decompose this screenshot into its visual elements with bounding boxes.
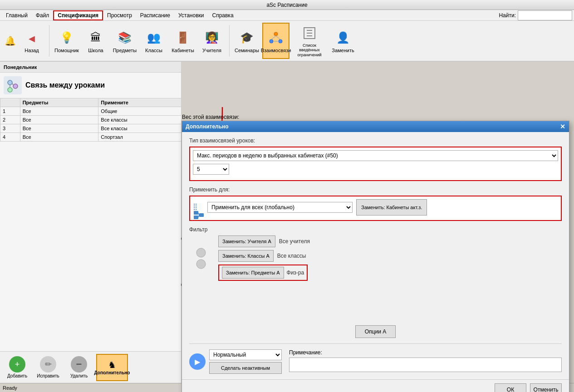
cell-apply-3: Все классы bbox=[98, 124, 182, 133]
svg-rect-17 bbox=[194, 216, 198, 219]
relation-type-dropdown[interactable]: Макс. периодов в неделю в выбранных каби… bbox=[193, 150, 558, 161]
svg-line-13 bbox=[12, 83, 13, 85]
toolbar-sep-1 bbox=[49, 25, 49, 57]
menu-main[interactable]: Главный bbox=[2, 11, 32, 20]
menu-file[interactable]: Файл bbox=[32, 11, 54, 20]
edit-button[interactable]: ✏ Исправить bbox=[34, 356, 62, 378]
title-bar: aSc Расписание bbox=[0, 0, 574, 10]
replace-classes-button[interactable]: Заменить: Классы А bbox=[218, 250, 274, 262]
filter-row-subjects: Заменить: Предметы А Физ-ра bbox=[218, 265, 562, 281]
delete-button[interactable]: − Удалить bbox=[65, 356, 93, 378]
filter-content: Заменить: Учителя А Все учителя Заменить… bbox=[189, 235, 562, 284]
app-title: aSc Расписание bbox=[266, 2, 307, 8]
filter-section: Фильтр Заменить: Учителя А Все учителя bbox=[189, 226, 562, 284]
sub-dropdown-row: 5 bbox=[193, 164, 558, 175]
relation-table: Предметы Примените 1 Все Общие 2 Все Все… bbox=[0, 98, 182, 142]
menu-settings[interactable]: Установки bbox=[174, 11, 208, 20]
cell-apply-1: Общие bbox=[98, 107, 182, 116]
cell-num-1: 1 bbox=[0, 107, 20, 116]
left-panel: Понедельник 5а 5б 6а 7а 8а 8б 9а 9б 10а … bbox=[0, 62, 182, 383]
helper-icon: 💡 bbox=[58, 29, 76, 47]
relation-type-label: Тип взаимосвязей уроков: bbox=[189, 137, 562, 144]
add-button[interactable]: + Добавить bbox=[4, 356, 31, 378]
toolbar-sep-2 bbox=[229, 25, 230, 57]
ok-button[interactable]: ОК bbox=[495, 383, 526, 392]
table-row[interactable]: 4 Все Спортзал bbox=[0, 133, 182, 142]
note-label: Примечание: bbox=[289, 349, 562, 356]
replace-teachers-button[interactable]: Заменить: Учителя А bbox=[218, 235, 275, 247]
find-area: Найти: bbox=[499, 10, 572, 20]
menu-view[interactable]: Просмотр bbox=[103, 11, 136, 20]
menu-help[interactable]: Справка bbox=[208, 11, 237, 20]
extra-button[interactable]: ♞ Дополнительно bbox=[96, 354, 128, 381]
dialog-title-bar: Дополнительно ✕ bbox=[182, 121, 569, 132]
svg-point-10 bbox=[8, 80, 12, 85]
svg-point-1 bbox=[270, 39, 273, 43]
replace-subjects-button[interactable]: Заменить: Предметы А bbox=[222, 267, 284, 279]
relation-title: Связь между уроками bbox=[25, 81, 105, 89]
menu-bar: Главный Файл Спецификация Просмотр Распи… bbox=[0, 10, 574, 21]
toolbar-teachers[interactable]: 👩‍🏫 Учителя bbox=[198, 23, 226, 59]
apply-for-dropdown[interactable]: Применить для всех (глобально) bbox=[207, 202, 353, 213]
toolbar-classes[interactable]: 👥 Классы bbox=[140, 23, 167, 59]
dialog-footer: ОК Отменить bbox=[182, 379, 569, 392]
schedule-day: Понедельник bbox=[4, 64, 37, 70]
svg-line-20 bbox=[198, 215, 199, 217]
find-label: Найти: bbox=[499, 12, 516, 19]
play-button[interactable]: ▶ bbox=[189, 353, 206, 370]
replace-icon: 👤 bbox=[334, 29, 352, 47]
toolbar-seminars[interactable]: 🎓 Семинары bbox=[233, 23, 260, 59]
cell-subj-3: Все bbox=[20, 124, 98, 133]
apply-dots-icon bbox=[193, 203, 204, 212]
svg-line-4 bbox=[276, 36, 280, 39]
table-row[interactable]: 2 Все Все классы bbox=[0, 116, 182, 124]
svg-point-11 bbox=[13, 84, 18, 88]
toolbar-subjects[interactable]: 📚 Предметы bbox=[111, 23, 138, 59]
school-icon: 🏛 bbox=[87, 29, 105, 47]
deactivate-button[interactable]: Сделать неактивным bbox=[209, 362, 282, 374]
cancel-button[interactable]: Отменить bbox=[530, 383, 562, 392]
menu-schedule[interactable]: Расписание bbox=[136, 11, 174, 20]
table-row[interactable]: 1 Все Общие bbox=[0, 107, 182, 116]
constraints-icon bbox=[300, 24, 319, 42]
filter-classes-value: Все классы bbox=[277, 253, 306, 259]
toolbar-replace[interactable]: 👤 Заменить bbox=[329, 23, 357, 59]
dialog-title: Дополнительно bbox=[186, 123, 229, 130]
svg-line-19 bbox=[198, 213, 199, 215]
note-section: Примечание: bbox=[289, 349, 562, 372]
classes-icon: 👥 bbox=[145, 29, 163, 47]
menu-spec[interactable]: Спецификация bbox=[53, 10, 103, 20]
toolbar-helper[interactable]: 💡 Помощник bbox=[53, 23, 80, 59]
toolbar-back[interactable]: Назад bbox=[18, 23, 45, 59]
weight-left: Вес этой взаимосвязи: ▶ Нормальный Сдела… bbox=[189, 349, 282, 374]
table-row[interactable]: 3 Все Все классы bbox=[0, 124, 182, 133]
main-toolbar: 🔔 Назад 💡 Помощник 🏛 Школа 📚 Предметы 👥 … bbox=[0, 21, 574, 62]
find-input[interactable] bbox=[518, 10, 572, 20]
toolbar-school[interactable]: 🏛 Школа bbox=[82, 23, 109, 59]
note-input[interactable] bbox=[289, 358, 562, 372]
svg-point-2 bbox=[279, 39, 282, 43]
toolbar-constraints[interactable]: Список введённых ограничений bbox=[291, 23, 328, 59]
cell-num-4: 4 bbox=[0, 133, 20, 142]
cell-num-2: 2 bbox=[0, 116, 20, 124]
seminars-icon: 🎓 bbox=[238, 29, 256, 47]
filter-circles-icon bbox=[189, 235, 213, 284]
filter-label: Фильтр bbox=[189, 226, 562, 233]
svg-rect-18 bbox=[199, 213, 204, 217]
dialog-close-button[interactable]: ✕ bbox=[560, 123, 565, 130]
toolbar-relations[interactable]: Взаимосвязи bbox=[262, 23, 289, 59]
replace-cabinets-button[interactable]: Заменить: Кабинеты акт.з. bbox=[356, 199, 427, 216]
svg-point-21 bbox=[196, 248, 206, 257]
cell-num-3: 3 bbox=[0, 124, 20, 133]
toolbar-cabinets[interactable]: 🚪 Кабинеты bbox=[169, 23, 196, 59]
svg-point-0 bbox=[274, 32, 278, 36]
filter-row-classes: Заменить: Классы А Все классы bbox=[218, 250, 562, 262]
cell-subj-1: Все bbox=[20, 107, 98, 116]
apply-for-label: Применить для: bbox=[189, 186, 562, 193]
weight-dropdown[interactable]: Нормальный bbox=[209, 349, 282, 360]
options-button[interactable]: Опции А bbox=[355, 325, 396, 338]
main-area: Понедельник 5а 5б 6а 7а 8а 8б 9а 9б 10а … bbox=[0, 62, 574, 383]
cell-apply-2: Все классы bbox=[98, 116, 182, 124]
svg-rect-16 bbox=[194, 211, 198, 215]
sub-value-dropdown[interactable]: 5 bbox=[193, 164, 229, 175]
